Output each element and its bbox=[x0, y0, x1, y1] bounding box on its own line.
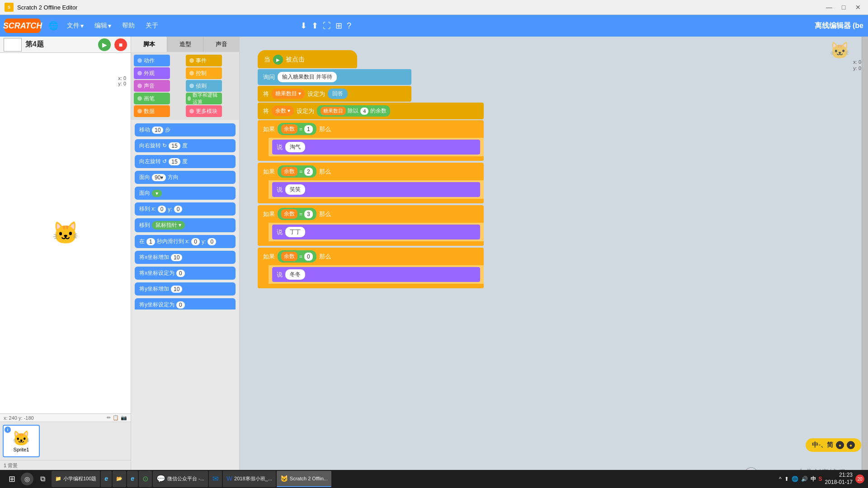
taskbar-app-360[interactable]: ⊙ bbox=[139, 471, 152, 487]
set-var1-block[interactable]: 将 糖果数目 ▾ 设定为 回答 bbox=[258, 86, 411, 102]
cat-dot bbox=[189, 71, 194, 75]
question-icon[interactable]: ? bbox=[347, 21, 351, 31]
tab-sound[interactable]: 声音 bbox=[203, 37, 239, 52]
backdrop-section: 1 背景 bbox=[4, 462, 18, 470]
block-panel: 脚本 造型 声音 动作 事件 外观 控制 声音 bbox=[131, 37, 240, 488]
block-goto-xy[interactable]: 移到 x: 0 y: 0 bbox=[135, 202, 236, 216]
set-var2-block[interactable]: 将 余数 ▾ 设定为 糖果数目 除以 4 的余数 bbox=[258, 103, 484, 119]
stop-button[interactable]: ■ bbox=[114, 38, 127, 51]
stage-header: 第4题 ▶ ■ bbox=[0, 37, 131, 53]
search-button[interactable]: ◎ bbox=[21, 473, 33, 485]
cat-dot bbox=[137, 96, 142, 101]
minimize-button[interactable]: — bbox=[824, 3, 835, 12]
titlebar-title: Scratch 2 Offline Editor bbox=[17, 4, 77, 11]
about-menu[interactable]: 关于 bbox=[141, 20, 163, 32]
edge-icon: e bbox=[104, 475, 108, 482]
say-block-4[interactable]: 说 冬冬 bbox=[272, 267, 480, 282]
tray-caret[interactable]: ^ bbox=[779, 476, 782, 482]
if-block-3[interactable]: 如果 余数 = 3 那么 说 丁丁 bbox=[258, 205, 484, 246]
cat-operators[interactable]: 数字和逻辑运算 bbox=[186, 93, 222, 104]
block-turn-right[interactable]: 向右旋转 ↻ 15 度 bbox=[135, 139, 236, 152]
cat-dot bbox=[189, 109, 194, 113]
fullscreen-icon[interactable]: ⛶ bbox=[323, 21, 331, 31]
taskbar-app-edge[interactable]: e bbox=[101, 471, 112, 487]
tray-globe-icon: 🌐 bbox=[792, 476, 798, 482]
tray-security: S bbox=[819, 476, 822, 482]
categories: 动作 事件 外观 控制 声音 侦则 bbox=[131, 52, 239, 120]
block-point[interactable]: 面向 ▾ bbox=[135, 187, 236, 200]
say-block-1[interactable]: 说 淘气 bbox=[272, 140, 480, 155]
tray-upload-icon: ⬆ bbox=[784, 476, 789, 482]
green-flag-button[interactable]: ▶ bbox=[98, 38, 111, 51]
cat-more[interactable]: 更多模块 bbox=[186, 105, 222, 117]
taskbar-app-scratch[interactable]: 🐱 Scratch 2 Offlin... bbox=[277, 471, 331, 487]
cat-motion[interactable]: 动作 bbox=[134, 55, 170, 66]
sprite-item[interactable]: i 🐱 Sprite1 bbox=[3, 425, 40, 457]
stamp-tool[interactable]: 📋 bbox=[113, 415, 119, 421]
cat-looks[interactable]: 外观 bbox=[134, 67, 170, 79]
task-view-button[interactable]: ⧉ bbox=[34, 471, 51, 487]
maximize-button[interactable]: □ bbox=[838, 3, 849, 12]
titlebar-controls: — □ ✕ bbox=[824, 3, 863, 12]
scroll-edge bbox=[862, 37, 868, 488]
folder-icon: 📂 bbox=[116, 476, 123, 482]
download-icon[interactable]: ⬇ bbox=[300, 21, 307, 31]
taskbar-app-ie[interactable]: e bbox=[127, 471, 138, 487]
stage-sprite: 🐱 bbox=[52, 221, 79, 246]
cat-events[interactable]: 事件 bbox=[186, 55, 222, 66]
coords-bar: x: 240 y: -180 ✏ 📋 📷 bbox=[0, 413, 131, 422]
taskbar-app-file-explorer[interactable]: 📂 bbox=[113, 471, 126, 487]
taskbar-app-wechat[interactable]: 💬 微信公众平台 -... bbox=[153, 471, 208, 487]
camera-tool[interactable]: 📷 bbox=[121, 415, 127, 421]
hat-block[interactable]: 当 ▶ 被点击 bbox=[258, 50, 357, 68]
tab-costume[interactable]: 造型 bbox=[167, 37, 203, 52]
paint-tool[interactable]: ✏ bbox=[107, 415, 111, 421]
tray-speaker-icon[interactable]: 🔊 bbox=[801, 476, 808, 482]
if-block-4[interactable]: 如果 余数 = 0 那么 说 冬冬 bbox=[258, 248, 484, 288]
tab-script[interactable]: 脚本 bbox=[131, 37, 167, 52]
backdrop-count: 1 背景 bbox=[4, 463, 18, 468]
cat-control[interactable]: 控制 bbox=[186, 67, 222, 79]
say-block-2[interactable]: 说 笑笑 bbox=[272, 182, 480, 197]
taskbar-app-word[interactable]: W 2018寒假小班_... bbox=[223, 471, 276, 487]
taskbar-app-explorer[interactable]: 📁 小学编程100题 bbox=[52, 471, 100, 487]
block-turn-left[interactable]: 向左旋转 ↺ 15 度 bbox=[135, 155, 236, 168]
edit-menu[interactable]: 编辑 ▾ bbox=[90, 20, 116, 32]
block-change-x[interactable]: 将x坐标增加 10 bbox=[135, 251, 236, 264]
if-block-1[interactable]: 如果 余数 = 1 那么 说 淘气 bbox=[258, 120, 484, 161]
block-set-y[interactable]: 将y坐标设定为 0 bbox=[135, 298, 236, 310]
if-block-2[interactable]: 如果 余数 = 2 那么 说 笑笑 bbox=[258, 163, 484, 203]
main-area: 第4题 ▶ ■ 🐱 x: 0 y: 0 x: 240 y: -180 ✏ 📋 📷 bbox=[0, 37, 868, 488]
titlebar-left: S Scratch 2 Offline Editor bbox=[5, 3, 77, 12]
upload-icon[interactable]: ⬆ bbox=[311, 21, 318, 31]
share-icon[interactable]: ⊞ bbox=[335, 21, 342, 31]
sprite-thumbnail: 🐱 bbox=[12, 430, 30, 447]
cat-sensing[interactable]: 侦则 bbox=[186, 80, 222, 92]
ask-block[interactable]: 询问 输入糖果数目 并等待 bbox=[258, 69, 411, 85]
flag-icon: ▶ bbox=[273, 55, 283, 65]
cat-pen[interactable]: 画笔 bbox=[134, 93, 170, 104]
tray-ime[interactable]: 中 bbox=[811, 475, 816, 483]
block-point-dir[interactable]: 面向 90▾ 方向 bbox=[135, 171, 236, 184]
file-menu[interactable]: 文件 ▾ bbox=[62, 20, 88, 32]
sprite-info-icon[interactable]: i bbox=[5, 427, 11, 433]
say-block-3[interactable]: 说 丁丁 bbox=[272, 225, 480, 239]
start-button[interactable]: ⊞ bbox=[4, 471, 20, 487]
ie-icon: e bbox=[131, 475, 134, 482]
block-glide[interactable]: 在 1 秒内滑行到 x: 0 y: 0 bbox=[135, 235, 236, 248]
cat-data[interactable]: 数据 bbox=[134, 105, 170, 117]
taskbar-app-outlook[interactable]: ✉ bbox=[209, 471, 222, 487]
cat-sound[interactable]: 声音 bbox=[134, 80, 170, 92]
help-menu[interactable]: 帮助 bbox=[118, 20, 139, 32]
var1-name: 糖果数目 ▾ bbox=[272, 89, 305, 99]
block-move[interactable]: 移动 10 步 bbox=[135, 123, 236, 136]
block-change-y[interactable]: 将y坐标增加 10 bbox=[135, 282, 236, 296]
block-goto[interactable]: 移到 鼠标指针 ▾ bbox=[135, 218, 236, 232]
language-button[interactable]: 🌐 bbox=[46, 19, 61, 33]
notification-badge[interactable]: 20 bbox=[855, 474, 864, 483]
block-set-x[interactable]: 将x坐标设定为 0 bbox=[135, 267, 236, 280]
close-button[interactable]: ✕ bbox=[853, 3, 863, 12]
cat-dot bbox=[189, 58, 194, 63]
app-icon: S bbox=[5, 3, 14, 12]
explorer-icon: 📁 bbox=[55, 476, 61, 482]
